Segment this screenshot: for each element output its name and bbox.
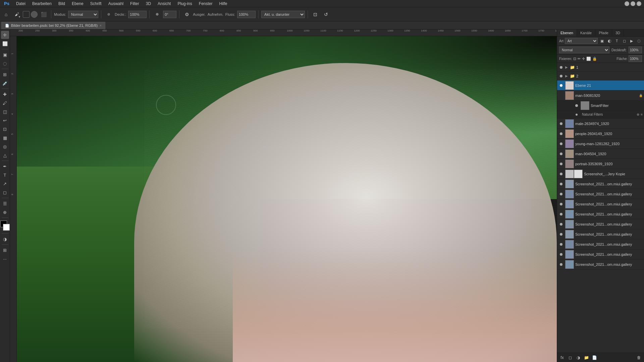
layer-eye-sc5[interactable] [558, 222, 564, 227]
layer-smart-icon[interactable]: ▶ [629, 38, 635, 44]
layer-item-screenshot-9[interactable]: Screenshot_2021...om.miui.gallery [557, 259, 644, 269]
layer-filter-toggle[interactable]: ⊙ [636, 38, 642, 44]
layer-item-screenshot-jery[interactable]: Screenshot_...Jery Kopie [557, 169, 644, 179]
marquee-tool[interactable]: ▣ [1, 51, 9, 59]
layer-eye-naturalfilters[interactable] [574, 112, 579, 117]
add-mask-button[interactable]: ◻ [567, 354, 574, 361]
add-adjustment-button[interactable]: ◑ [575, 354, 582, 361]
quick-mask[interactable]: ◑ [1, 235, 9, 243]
expand-group-1[interactable]: ▶ [565, 65, 568, 69]
layer-eye-man59081920[interactable]: ○ [558, 93, 564, 98]
delete-layer-button[interactable]: 🗑 [635, 354, 643, 361]
extra-option-1[interactable]: ⊡ [311, 10, 320, 19]
tool-option-2[interactable] [31, 11, 38, 18]
tab-close-button[interactable]: × [100, 24, 102, 27]
layer-eye-screenshot-jery[interactable] [558, 171, 564, 177]
history-brush[interactable]: ↩ [1, 116, 9, 124]
layer-item-screenshot-5[interactable]: Screenshot_2021...om.miui.gallery [557, 219, 644, 229]
angle-input[interactable] [163, 11, 176, 18]
layer-eye-male2634974[interactable] [558, 121, 564, 126]
layer-item-man59081920[interactable]: ○ man-59081920 🔒 [557, 90, 644, 101]
lock-all-icon[interactable]: 🔒 [592, 57, 597, 61]
lock-artboard-icon[interactable]: ⬜ [586, 57, 591, 61]
menu-bild[interactable]: Bild [57, 1, 66, 7]
layer-eye-smartfilter[interactable] [574, 103, 579, 108]
canvas-container[interactable] [17, 36, 557, 362]
layer-eye-sc6[interactable] [558, 232, 564, 237]
align-icon[interactable]: ⊘ [104, 10, 113, 19]
artboard-tool[interactable]: ⬜ [1, 40, 9, 48]
menu-filter[interactable]: Filter [129, 1, 141, 7]
opacity-value-panel[interactable] [629, 47, 642, 53]
tab-layers[interactable]: Ebenen [557, 29, 577, 36]
shape-tool[interactable]: ◻ [1, 188, 9, 196]
menu-3d[interactable]: 3D [145, 1, 152, 7]
add-layer-button[interactable]: 📄 [591, 354, 598, 361]
layer-eye-sc4[interactable] [558, 212, 564, 217]
fill-value[interactable] [629, 55, 642, 62]
layer-adjust-icon[interactable]: ◐ [606, 38, 612, 44]
background-color[interactable] [3, 224, 10, 231]
type-tool[interactable]: T [1, 171, 9, 179]
flow-input[interactable] [237, 11, 256, 18]
layer-eye-sc3[interactable] [558, 201, 564, 207]
pen-tool[interactable]: ✒ [1, 162, 9, 170]
layer-eye-ebene21[interactable] [558, 83, 564, 88]
tab-paths[interactable]: Pfade [595, 29, 612, 36]
layer-item-male2634974[interactable]: male-2634974_1920 [557, 119, 644, 129]
layer-item-man904504[interactable]: man-904504_1920 [557, 149, 644, 159]
layer-item-screenshot-6[interactable]: Screenshot_2021...om.miui.gallery [557, 229, 644, 239]
layer-group-2[interactable]: ▶ 📁 2 [557, 72, 644, 80]
dodge-tool[interactable]: △ [1, 151, 9, 159]
menu-ansicht[interactable]: Ansicht [156, 1, 172, 7]
brush-tool-icon[interactable]: 🖌 ▼ [12, 10, 21, 19]
stamp-tool[interactable]: ◫ [1, 108, 9, 116]
menu-ebene[interactable]: Ebene [70, 1, 85, 7]
layer-eye-sc2[interactable] [558, 191, 564, 197]
angle-icon[interactable]: ⊕ [152, 10, 162, 19]
opacity-input[interactable] [128, 11, 147, 18]
crop-tool[interactable]: ⊞ [1, 70, 9, 78]
tab-channels[interactable]: Kanäle [577, 29, 595, 36]
menu-plugins[interactable]: Plug-ins [176, 1, 193, 7]
layer-item-screenshot-3[interactable]: Screenshot_2021...om.miui.gallery [557, 199, 644, 209]
natural-filters-toggle[interactable]: ≡ [641, 113, 643, 116]
hand-tool[interactable]: ☰ [1, 199, 9, 207]
layer-item-naturalfilters[interactable]: Natural Filters ⊕ ≡ [557, 111, 644, 119]
tool-option-1[interactable] [23, 11, 30, 18]
extra-option-2[interactable]: ↺ [321, 10, 331, 19]
add-group-button[interactable]: 📁 [583, 354, 590, 361]
layer-eye-sc7[interactable] [558, 242, 564, 247]
brush-tool[interactable]: 🖊 [1, 99, 9, 107]
layer-pixel-icon[interactable]: ▣ [599, 38, 605, 44]
layer-item-screenshot-4[interactable]: Screenshot_2021...om.miui.gallery [557, 209, 644, 219]
layer-item-screenshot-7[interactable]: Screenshot_2021...om.miui.gallery [557, 239, 644, 249]
layer-eye-sc1[interactable] [558, 181, 564, 187]
eraser-tool[interactable]: ⊡ [1, 125, 9, 133]
menu-auswahl[interactable]: Auswahl [107, 1, 125, 7]
layer-item-screenshot-2[interactable]: Screenshot_2021...om.miui.gallery [557, 189, 644, 199]
menu-fenster[interactable]: Fenster [198, 1, 214, 7]
layer-type-filter[interactable]: Art [565, 38, 598, 44]
layer-type-icon[interactable]: T [614, 38, 620, 44]
document-tab[interactable]: 📄 Bilder bearbeiten.psdc bei 92,2% (Eben… [1, 22, 105, 29]
lock-position-icon[interactable]: ✛ [582, 57, 585, 61]
layer-item-people2604149[interactable]: people-2604149_1920 [557, 129, 644, 139]
blur-tool[interactable]: ◎ [1, 142, 9, 150]
layer-shape-icon[interactable]: ◻ [621, 38, 627, 44]
layer-eye-youngman[interactable] [558, 141, 564, 146]
natural-filters-icon[interactable]: ⊕ [637, 113, 639, 116]
minimize-button[interactable]: ─ [625, 1, 629, 6]
layer-item-screenshot-1[interactable]: Screenshot_2021...om.miui.gallery [557, 179, 644, 189]
close-button[interactable]: ✕ [637, 1, 641, 6]
menu-datei[interactable]: Datei [15, 1, 27, 7]
tool-option-3[interactable]: ⬛ [39, 10, 48, 19]
tab-3d[interactable]: 3D [612, 29, 624, 36]
layer-item-youngman[interactable]: young-man-1281282_1920 [557, 139, 644, 149]
menu-bearbeiten[interactable]: Bearbeiten [31, 1, 53, 7]
layer-item-ebene21[interactable]: Ebene 21 [557, 80, 644, 90]
layer-item-portrait3353699[interactable]: portrait-3353699_1920 [557, 159, 644, 169]
gradient-tool[interactable]: ▦ [1, 134, 9, 142]
lock-pixel-icon[interactable]: ✏ [578, 57, 581, 61]
blend-mode-dropdown[interactable]: Normal [559, 47, 609, 53]
